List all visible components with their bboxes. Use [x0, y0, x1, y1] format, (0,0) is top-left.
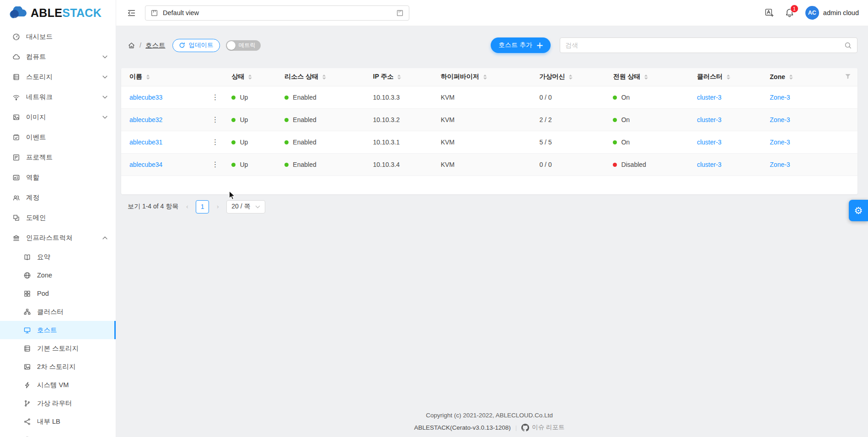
- column-header-power-state[interactable]: 전원 상태: [609, 68, 693, 86]
- sidebar-item-domains[interactable]: 도메인: [0, 208, 116, 228]
- row-actions-button[interactable]: ⋮: [209, 160, 224, 169]
- sidebar-item-internal-lb[interactable]: 내부 LB: [0, 412, 116, 431]
- table-row: ablecube33⋮UpEnabled10.10.3.3KVM0 / 0Onc…: [121, 86, 857, 108]
- table-row: ablecube31⋮UpEnabled10.10.3.1KVM5 / 5Onc…: [121, 131, 857, 153]
- column-header-ip-address[interactable]: IP 주소: [370, 68, 437, 86]
- cluster-link[interactable]: cluster-3: [697, 116, 722, 123]
- power-state-cell: Disabled: [609, 153, 693, 176]
- sidebar-item-primary-storage[interactable]: 기본 스토리지: [0, 339, 116, 357]
- sidebar-item-label: 관리 서버: [37, 436, 107, 437]
- user-menu[interactable]: AC admin cloud: [805, 6, 859, 20]
- sidebar-item-label: 가상 라우터: [37, 399, 107, 408]
- sidebar-item-events[interactable]: 이벤트: [0, 127, 116, 147]
- ablestack-logo[interactable]: ABLESTACK: [0, 0, 116, 26]
- cluster-icon: [23, 308, 31, 316]
- zone-link[interactable]: Zone-3: [770, 161, 790, 168]
- version-text: ABLESTACK(Cerato-v3.0.13-1208): [414, 424, 510, 431]
- column-header-resource-state[interactable]: 리소스 상태: [281, 68, 369, 86]
- content: / 호스트 업데이트 메트릭 호스트: [116, 26, 868, 437]
- picture-icon: [23, 363, 31, 371]
- host-name-link[interactable]: ablecube34: [129, 161, 162, 168]
- logo-text: ABLESTACK: [31, 6, 102, 20]
- breadcrumb-current[interactable]: 호스트: [145, 41, 166, 50]
- chevron-down-icon: [102, 96, 107, 99]
- add-host-button[interactable]: 호스트 추가: [491, 37, 551, 53]
- sidebar-item-label: 시스템 VM: [37, 381, 107, 389]
- column-filter-button[interactable]: [840, 68, 857, 86]
- update-button[interactable]: 업데이트: [172, 39, 220, 52]
- bank-icon: [12, 234, 20, 242]
- column-header-cluster[interactable]: 클러스터: [693, 68, 766, 86]
- row-actions-button[interactable]: ⋮: [209, 93, 224, 101]
- column-header-zone[interactable]: Zone: [766, 68, 840, 86]
- cluster-link[interactable]: cluster-3: [697, 139, 722, 146]
- status-dot: [613, 118, 617, 122]
- instances-cell: 5 / 5: [536, 131, 609, 153]
- sidebar-item-host[interactable]: 호스트: [0, 321, 116, 339]
- sidebar-item-compute[interactable]: 컴퓨트: [0, 47, 116, 67]
- zone-link[interactable]: Zone-3: [770, 116, 790, 123]
- table-row: ablecube32⋮UpEnabled10.10.3.2KVM2 / 2Onc…: [121, 108, 857, 131]
- state-cell: Up: [228, 153, 281, 176]
- search-input[interactable]: [565, 42, 841, 49]
- prev-page-button[interactable]: ‹: [183, 203, 191, 210]
- sidebar-item-label: 클러스터: [37, 308, 107, 316]
- hypervisor-cell: KVM: [437, 131, 536, 153]
- status-dot: [613, 163, 617, 167]
- sidebar-item-images[interactable]: 이미지: [0, 107, 116, 127]
- footer: Copyright (c) 2021-2022, ABLECLOUD.Co.Lt…: [121, 412, 857, 434]
- sidebar-item-system-vm[interactable]: 시스템 VM: [0, 376, 116, 394]
- sidebar-item-dashboard[interactable]: 대시보드: [0, 27, 116, 47]
- chevron-down-icon: [102, 75, 107, 79]
- idcard-icon: [12, 174, 20, 181]
- search-icon[interactable]: [844, 42, 852, 49]
- zone-link[interactable]: Zone-3: [770, 94, 790, 101]
- sidebar-item-pod[interactable]: Pod: [0, 284, 116, 303]
- view-selector[interactable]: Default view: [145, 5, 409, 21]
- sort-icon: [644, 74, 648, 80]
- sidebar-item-secondary-storage[interactable]: 2차 스토리지: [0, 357, 116, 376]
- sidebar-item-roles[interactable]: 역할: [0, 167, 116, 187]
- sidebar-item-label: 내부 LB: [37, 417, 107, 426]
- hypervisor-cell: KVM: [437, 153, 536, 176]
- sidebar-item-management-server[interactable]: 관리 서버: [0, 431, 116, 437]
- sidebar-item-infrastructure[interactable]: 인프라스트럭쳐: [0, 228, 116, 248]
- cluster-link[interactable]: cluster-3: [697, 94, 722, 101]
- cluster-link[interactable]: cluster-3: [697, 161, 722, 168]
- sidebar-item-virtual-router[interactable]: 가상 라우터: [0, 394, 116, 412]
- row-actions-button[interactable]: ⋮: [209, 115, 224, 124]
- home-icon[interactable]: [128, 42, 135, 49]
- app-window: ABLESTACK 대시보드컴퓨트스토리지네트워크이미지이벤트프로젝트역할계정도…: [0, 0, 868, 437]
- topbar: Default view: [116, 0, 868, 26]
- metric-toggle[interactable]: 메트릭: [226, 40, 261, 51]
- sidebar-item-network[interactable]: 네트워크: [0, 87, 116, 107]
- column-header-name[interactable]: 이름: [121, 68, 228, 86]
- sidebar-item-summary[interactable]: 요약: [0, 248, 116, 266]
- sidebar-item-projects[interactable]: 프로젝트: [0, 147, 116, 167]
- sidebar-item-zone[interactable]: Zone: [0, 266, 116, 284]
- issue-report-link[interactable]: 이슈 리포트: [521, 423, 564, 432]
- pagination: 보기 1-4 of 4 항목 ‹ 1 › 20 / 쪽: [121, 200, 857, 213]
- column-header-hypervisor[interactable]: 하이퍼바이저: [437, 68, 536, 86]
- host-name-link[interactable]: ablecube31: [129, 139, 162, 146]
- host-name-link[interactable]: ablecube32: [129, 116, 162, 123]
- zone-link[interactable]: Zone-3: [770, 139, 790, 146]
- sidebar-item-cluster[interactable]: 클러스터: [0, 303, 116, 321]
- row-actions-button[interactable]: ⋮: [209, 138, 224, 146]
- settings-gear-button[interactable]: ⚙: [849, 200, 868, 221]
- menu-fold-icon[interactable]: [127, 9, 136, 17]
- column-header-state[interactable]: 상태: [228, 68, 281, 86]
- page-number-button[interactable]: 1: [196, 200, 209, 213]
- state-cell: Up: [228, 108, 281, 131]
- power-state-cell: On: [609, 108, 693, 131]
- ip-cell: 10.10.3.3: [370, 86, 437, 108]
- pagination-summary: 보기 1-4 of 4 항목: [128, 203, 178, 211]
- column-header-instances[interactable]: 가상머신: [536, 68, 609, 86]
- sidebar-item-storage[interactable]: 스토리지: [0, 67, 116, 87]
- host-name-link[interactable]: ablecube33: [129, 94, 162, 101]
- translate-icon[interactable]: [765, 8, 774, 17]
- page-size-select[interactable]: 20 / 쪽: [226, 200, 265, 213]
- sidebar-item-accounts[interactable]: 계정: [0, 187, 116, 208]
- next-page-button[interactable]: ›: [214, 203, 222, 210]
- sidebar-item-label: 프로젝트: [26, 153, 107, 162]
